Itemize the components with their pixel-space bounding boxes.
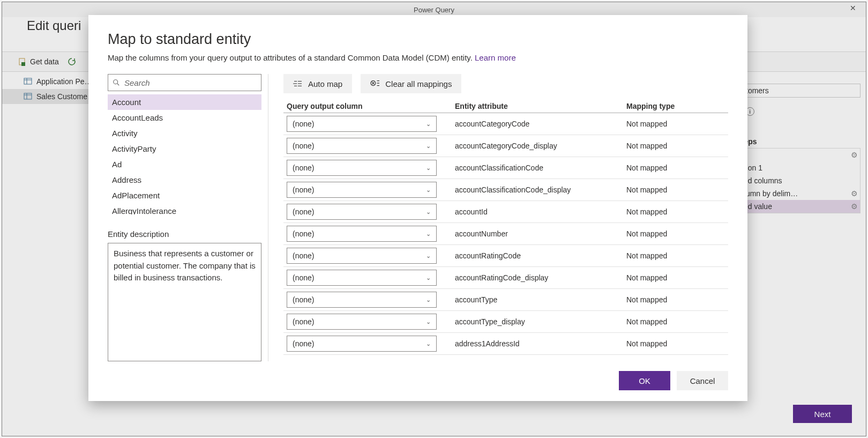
entity-attribute-cell: accountClassificationCode	[455, 164, 626, 172]
output-column-select[interactable]: (none)⌄	[287, 116, 437, 132]
column-header-output: Query output column	[283, 102, 455, 110]
chevron-down-icon: ⌄	[426, 143, 431, 150]
mapping-type-cell: Not mapped	[626, 185, 728, 194]
entity-picker-column: AccountAccountLeadsActivityActivityParty…	[108, 74, 268, 361]
svg-line-9	[117, 84, 119, 86]
output-column-select[interactable]: (none)⌄	[287, 138, 437, 154]
clear-mappings-button[interactable]: Clear all mappings	[361, 74, 461, 93]
auto-map-button[interactable]: Auto map	[283, 74, 352, 93]
column-header-mapping-type: Mapping type	[626, 102, 728, 110]
chevron-down-icon: ⌄	[426, 121, 431, 128]
entity-attribute-cell: accountNumber	[455, 229, 626, 238]
search-icon	[113, 79, 120, 86]
output-column-select[interactable]: (none)⌄	[287, 226, 437, 242]
mapping-row: (none)⌄accountClassificationCode_display…	[283, 179, 728, 201]
output-column-select[interactable]: (none)⌄	[287, 182, 437, 198]
entity-attribute-cell: accountRatingCode_display	[455, 273, 626, 282]
search-field[interactable]	[124, 78, 261, 87]
entity-search-input[interactable]	[108, 74, 261, 91]
entity-attribute-cell: accountCategoryCode_display	[455, 142, 626, 150]
entity-list-item[interactable]: AccountLeads	[108, 110, 261, 125]
mapping-type-cell: Not mapped	[626, 339, 728, 348]
dialog-title: Map to standard entity	[108, 31, 728, 48]
output-column-select[interactable]: (none)⌄	[287, 314, 437, 330]
entity-description-label: Entity description	[108, 229, 261, 239]
output-column-select[interactable]: (none)⌄	[287, 292, 437, 308]
learn-more-link[interactable]: Learn more	[475, 53, 516, 62]
entity-attribute-cell: accountCategoryCode	[455, 120, 626, 128]
chevron-down-icon: ⌄	[426, 209, 431, 216]
output-column-select[interactable]: (none)⌄	[287, 248, 437, 264]
mapping-type-cell: Not mapped	[626, 251, 728, 260]
output-column-select[interactable]: (none)⌄	[287, 204, 437, 220]
mapping-row: (none)⌄accountRatingCodeNot mapped	[283, 245, 728, 267]
clear-mappings-icon	[370, 79, 380, 88]
mapping-type-cell: Not mapped	[626, 120, 728, 128]
chevron-down-icon: ⌄	[426, 340, 431, 347]
chevron-down-icon: ⌄	[426, 253, 431, 259]
mapping-table-header: Query output column Entity attribute Map…	[283, 100, 728, 113]
mapping-type-cell: Not mapped	[626, 273, 728, 282]
cancel-button[interactable]: Cancel	[677, 371, 728, 390]
entity-attribute-cell: accountType_display	[455, 317, 626, 326]
entity-attribute-cell: accountType	[455, 295, 626, 304]
chevron-down-icon: ⌄	[426, 187, 431, 194]
output-column-select[interactable]: (none)⌄	[287, 336, 437, 352]
mapping-row: (none)⌄accountCategoryCode_displayNot ma…	[283, 135, 728, 157]
chevron-down-icon: ⌄	[426, 231, 431, 237]
mapping-table-body[interactable]: (none)⌄accountCategoryCodeNot mapped(non…	[283, 113, 728, 361]
mapping-column: Auto map Clear all mappings Q	[283, 74, 728, 361]
mapping-row: (none)⌄accountRatingCode_displayNot mapp…	[283, 267, 728, 289]
mapping-row: (none)⌄accountCategoryCodeNot mapped	[283, 113, 728, 135]
chevron-down-icon: ⌄	[426, 274, 431, 281]
mapping-type-cell: Not mapped	[626, 164, 728, 172]
mapping-row: (none)⌄accountIdNot mapped	[283, 201, 728, 223]
entity-attribute-cell: accountClassificationCode_display	[455, 185, 626, 194]
entity-list-item[interactable]: Ad	[108, 157, 261, 172]
entity-list-item[interactable]: AllergyIntolerance	[108, 203, 261, 214]
mapping-type-cell: Not mapped	[626, 142, 728, 150]
mapping-row: (none)⌄accountClassificationCodeNot mapp…	[283, 157, 728, 179]
entity-description-box: Business that represents a customer or p…	[108, 243, 261, 361]
entity-list-item[interactable]: Activity	[108, 125, 261, 141]
mapping-type-cell: Not mapped	[626, 229, 728, 238]
entity-attribute-cell: accountRatingCode	[455, 251, 626, 260]
entity-list-item[interactable]: AdPlacement	[108, 188, 261, 203]
entity-list-item[interactable]: ActivityParty	[108, 141, 261, 157]
entity-list[interactable]: AccountAccountLeadsActivityActivityParty…	[108, 94, 261, 214]
output-column-select[interactable]: (none)⌄	[287, 270, 437, 286]
map-entity-dialog: Map to standard entity Map the columns f…	[88, 15, 747, 401]
chevron-down-icon: ⌄	[426, 296, 431, 303]
mapping-type-cell: Not mapped	[626, 207, 728, 216]
entity-list-item[interactable]: Address	[108, 172, 261, 188]
entity-attribute-cell: accountId	[455, 207, 626, 216]
auto-map-icon	[293, 80, 303, 87]
mapping-row: (none)⌄accountTypeNot mapped	[283, 289, 728, 311]
chevron-down-icon: ⌄	[426, 165, 431, 172]
mapping-row: (none)⌄address1AddressIdNot mapped	[283, 333, 728, 355]
mapping-row: (none)⌄accountType_displayNot mapped	[283, 311, 728, 333]
entity-attribute-cell: address1AddressId	[455, 339, 626, 348]
svg-point-8	[114, 80, 118, 84]
ok-button[interactable]: OK	[619, 371, 670, 390]
mapping-row: (none)⌄accountNumberNot mapped	[283, 223, 728, 245]
chevron-down-icon: ⌄	[426, 318, 431, 325]
entity-list-item[interactable]: Account	[108, 94, 261, 110]
mapping-type-cell: Not mapped	[626, 317, 728, 326]
dialog-subtitle: Map the columns from your query output t…	[108, 53, 728, 62]
column-header-attribute: Entity attribute	[455, 102, 626, 110]
output-column-select[interactable]: (none)⌄	[287, 160, 437, 176]
mapping-type-cell: Not mapped	[626, 295, 728, 304]
